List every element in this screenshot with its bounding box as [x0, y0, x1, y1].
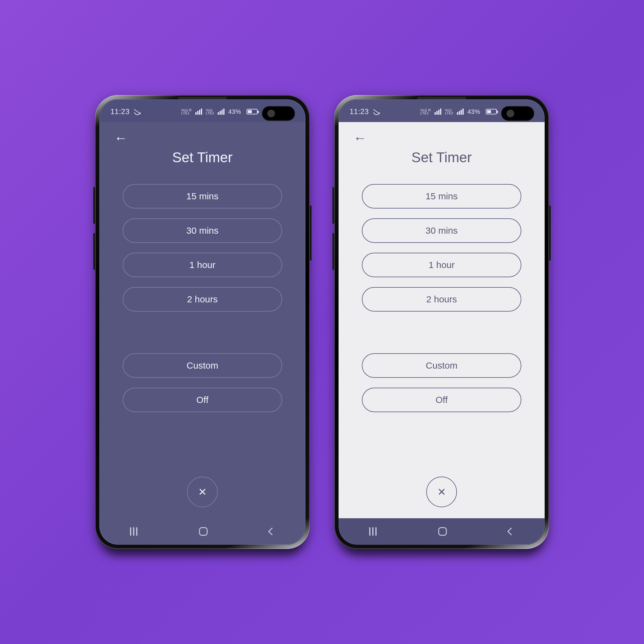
timer-option-1h[interactable]: 1 hour: [123, 253, 282, 277]
app-content: ← Set Timer 15 mins 30 mins 1 hour 2 hou…: [339, 122, 545, 518]
android-nav-bar: [99, 518, 305, 545]
front-camera: [501, 106, 534, 121]
battery-icon: [247, 109, 258, 114]
signal-2-icon: [457, 109, 464, 115]
battery-percent: 43%: [228, 108, 241, 115]
timer-option-off[interactable]: Off: [362, 388, 521, 412]
volume-up-button[interactable]: [332, 187, 334, 224]
back-arrow-icon[interactable]: ←: [114, 131, 128, 145]
status-time: 11:23: [350, 107, 369, 116]
close-button[interactable]: ✕: [426, 477, 457, 507]
earpiece: [178, 97, 227, 99]
nav-recent-button[interactable]: [130, 527, 137, 536]
back-arrow-icon[interactable]: ←: [353, 131, 367, 145]
nav-home-button[interactable]: [199, 527, 208, 536]
page-title: Set Timer: [114, 149, 291, 166]
timer-option-30[interactable]: 30 mins: [362, 218, 521, 243]
timer-options: 15 mins 30 mins 1 hour 2 hours Custom Of…: [114, 184, 291, 412]
nav-recent-button[interactable]: [369, 527, 377, 536]
earpiece: [417, 97, 466, 99]
nav-back-button[interactable]: [507, 527, 515, 535]
sim1-indicator: Vo)) R LTE1: [181, 109, 192, 115]
timer-option-15[interactable]: 15 mins: [123, 184, 282, 209]
timer-option-1h[interactable]: 1 hour: [362, 253, 521, 277]
android-nav-bar: [339, 518, 545, 545]
phone-dark: 11:23 Vo)) R LTE1 Vo)) LTE2 43% ← Set Ti…: [95, 95, 310, 549]
timer-option-custom[interactable]: Custom: [362, 353, 521, 378]
page-title: Set Timer: [353, 149, 530, 166]
timer-option-2h[interactable]: 2 hours: [362, 287, 521, 312]
status-time: 11:23: [110, 107, 130, 116]
no-wifi-icon: [373, 108, 380, 115]
phone-light: 11:23 Vo)) R LTE1 Vo)) LTE2 43% ← Set Ti…: [334, 95, 549, 549]
nav-home-button[interactable]: [438, 527, 447, 536]
timer-options: 15 mins 30 mins 1 hour 2 hours Custom Of…: [353, 184, 530, 412]
power-button[interactable]: [549, 205, 551, 261]
battery-percent: 43%: [467, 108, 480, 115]
timer-option-off[interactable]: Off: [123, 388, 282, 412]
timer-option-15[interactable]: 15 mins: [362, 184, 521, 209]
front-camera: [262, 106, 295, 121]
power-button[interactable]: [310, 205, 312, 261]
volume-up-button[interactable]: [93, 187, 95, 224]
timer-option-2h[interactable]: 2 hours: [123, 287, 282, 312]
nav-back-button[interactable]: [268, 527, 276, 535]
volume-down-button[interactable]: [93, 233, 95, 270]
sim1-indicator: Vo)) R LTE1: [420, 109, 431, 115]
no-wifi-icon: [134, 108, 141, 115]
timer-option-30[interactable]: 30 mins: [123, 218, 282, 243]
signal-2-icon: [218, 109, 224, 115]
sim2-indicator: Vo)) LTE2: [206, 109, 214, 115]
close-icon: ✕: [437, 486, 446, 498]
battery-icon: [486, 109, 497, 114]
screen: 11:23 Vo)) R LTE1 Vo)) LTE2 43% ← Set Ti…: [99, 99, 305, 545]
close-button[interactable]: ✕: [187, 477, 218, 507]
screen: 11:23 Vo)) R LTE1 Vo)) LTE2 43% ← Set Ti…: [339, 99, 545, 545]
close-icon: ✕: [198, 486, 207, 498]
signal-1-icon: [435, 109, 441, 115]
timer-option-custom[interactable]: Custom: [123, 353, 282, 378]
volume-down-button[interactable]: [332, 233, 334, 270]
sim2-indicator: Vo)) LTE2: [445, 109, 453, 115]
app-content: ← Set Timer 15 mins 30 mins 1 hour 2 hou…: [99, 122, 305, 518]
signal-1-icon: [195, 109, 202, 115]
